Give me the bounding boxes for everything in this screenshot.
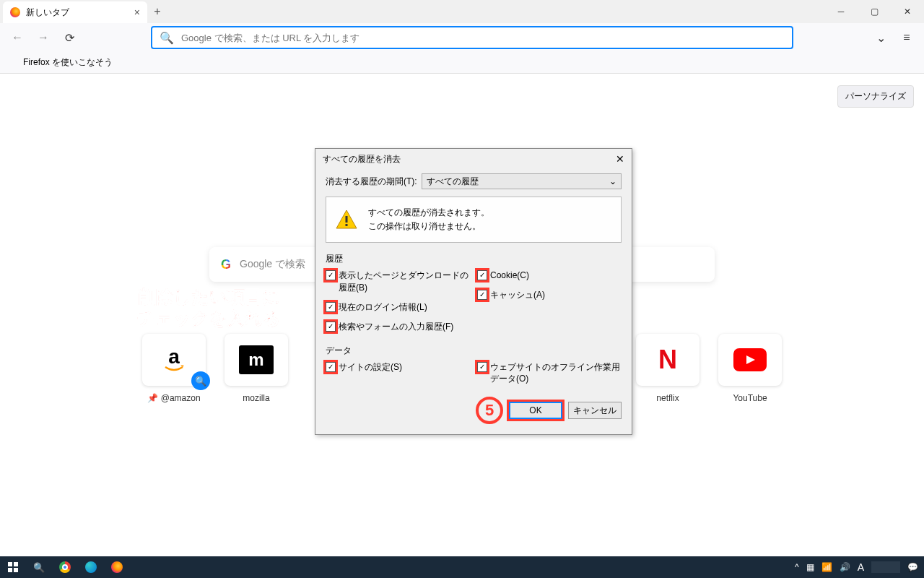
checkbox-icon: ✓ (326, 302, 336, 312)
range-value: すべての履歴 (427, 176, 479, 188)
checkbox-label: サイトの設定(S) (339, 361, 402, 374)
tile-youtube[interactable]: YouTube (718, 334, 782, 403)
search-badge-icon: 🔍 (191, 371, 210, 390)
netflix-logo-icon: N (658, 345, 677, 375)
tray-notifications-icon[interactable]: 💬 (907, 562, 918, 572)
tile-label: netflix (656, 393, 679, 403)
tile-amazon[interactable]: a 🔍 📌 @amazon (142, 334, 206, 403)
titlebar: 新しいタブ × + ─ ▢ ✕ (0, 0, 924, 23)
url-bar: ← → ⟳ 🔍 ⌄ ≡ (0, 23, 924, 52)
search-icon: 🔍 (160, 31, 174, 45)
firefox-icon (10, 7, 20, 17)
tray-wifi-icon[interactable]: 📶 (821, 562, 832, 572)
tray-ime-icon[interactable]: A (858, 561, 864, 573)
checkbox-cookies[interactable]: ✓ Cookie(C) (477, 269, 622, 282)
address-input[interactable] (181, 33, 785, 43)
back-button[interactable]: ← (7, 27, 27, 48)
new-tab-button[interactable]: + (147, 0, 167, 23)
search-taskbar-icon[interactable]: 🔍 (26, 556, 52, 578)
forward-button[interactable]: → (33, 27, 53, 48)
tab-label: 新しいタブ (26, 7, 69, 19)
chevron-down-icon: ⌄ (609, 176, 616, 186)
tray-chevron-icon[interactable]: ^ (795, 562, 799, 572)
tray-network-icon[interactable]: ▦ (806, 562, 814, 572)
tile-netflix[interactable]: N netflix (636, 334, 699, 403)
bookmark-item[interactable]: Firefox を使いこなそう (23, 56, 113, 69)
tray-clock[interactable] (871, 561, 900, 573)
checkbox-icon: ✓ (477, 270, 487, 280)
close-tab-icon[interactable]: × (134, 7, 140, 18)
menu-button[interactable]: ≡ (897, 27, 917, 48)
center-search-placeholder: Google で検索 (240, 258, 305, 271)
svg-rect-6 (8, 568, 12, 572)
edge-taskbar-icon[interactable] (78, 556, 104, 578)
dialog-close-button[interactable]: ✕ (616, 153, 624, 165)
reload-button[interactable]: ⟳ (59, 27, 79, 48)
checkbox-icon: ✓ (326, 322, 336, 332)
checkbox-icon: ✓ (326, 270, 336, 280)
page-content: パーソナライズ G Google で検索 a 🔍 📌 @amazon m moz… (0, 74, 924, 556)
clear-history-dialog: すべての履歴を消去 ✕ 消去する履歴の期間(T): すべての履歴 ⌄ すべての履… (315, 148, 632, 435)
checkbox-offline-data[interactable]: ✓ ウェブサイトのオフライン作業用データ(O) (477, 361, 622, 386)
window-controls: ─ ▢ ✕ (824, 0, 924, 23)
dialog-title: すべての履歴を消去 (323, 153, 401, 165)
checkbox-label: キャッシュ(A) (490, 289, 545, 301)
warning-icon (335, 208, 358, 231)
google-icon: G (221, 257, 231, 272)
pocket-icon[interactable]: ⌄ (871, 27, 891, 48)
checkbox-label: 検索やフォームの入力履歴(F) (339, 321, 453, 333)
chrome-taskbar-icon[interactable] (52, 556, 78, 578)
checkbox-site-settings[interactable]: ✓ サイトの設定(S) (326, 361, 470, 374)
checkbox-browsing-history[interactable]: ✓ 表示したページとダウンロードの履歴(B) (326, 269, 470, 294)
svg-rect-4 (8, 562, 12, 566)
tile-mozilla[interactable]: m mozilla (225, 334, 288, 403)
minimize-button[interactable]: ─ (824, 0, 858, 23)
checkbox-label: ウェブサイトのオフライン作業用データ(O) (490, 361, 622, 386)
tile-label: mozilla (243, 393, 269, 403)
cancel-button[interactable]: キャンセル (568, 402, 622, 419)
firefox-icon (7, 57, 19, 69)
history-section-header: 履歴 (326, 253, 622, 265)
time-range-select[interactable]: すべての履歴 ⌄ (422, 173, 622, 189)
checkbox-icon: ✓ (477, 290, 487, 300)
checkbox-form-history[interactable]: ✓ 検索やフォームの入力履歴(F) (326, 321, 470, 333)
checkbox-label: Cookie(C) (490, 269, 529, 282)
tray-volume-icon[interactable]: 🔊 (840, 562, 850, 572)
checkbox-icon: ✓ (326, 362, 336, 372)
checkbox-logins[interactable]: ✓ 現在のログイン情報(L) (326, 301, 470, 314)
start-button[interactable] (0, 556, 26, 578)
svg-text:a: a (168, 345, 180, 368)
svg-rect-3 (346, 224, 348, 226)
svg-rect-7 (14, 568, 18, 572)
windows-taskbar: 🔍 ^ ▦ 📶 🔊 A 💬 (0, 556, 924, 578)
data-section-header: データ (326, 345, 622, 357)
warning-box: すべての履歴が消去されます。 この操作は取り消せません。 (326, 197, 622, 243)
range-label: 消去する履歴の期間(T): (326, 176, 417, 188)
dialog-titlebar: すべての履歴を消去 ✕ (315, 149, 632, 169)
svg-rect-2 (346, 216, 348, 223)
youtube-logo-icon (733, 348, 767, 371)
close-window-button[interactable]: ✕ (891, 0, 924, 23)
address-bar[interactable]: 🔍 (151, 26, 793, 49)
bookmarks-bar: Firefox を使いこなそう (0, 52, 924, 74)
tile-label: YouTube (733, 393, 767, 403)
warning-line2: この操作は取り消せません。 (368, 220, 489, 233)
browser-tab[interactable]: 新しいタブ × (3, 1, 147, 23)
tutorial-annotation: 削除したい項目に チェックを入れる (137, 286, 281, 329)
personalize-button[interactable]: パーソナライズ (837, 85, 914, 108)
ok-button[interactable]: OK (509, 402, 562, 419)
checkbox-label: 現在のログイン情報(L) (339, 301, 427, 314)
tile-label: 📌 @amazon (147, 393, 200, 403)
amazon-logo-icon: a (157, 345, 191, 374)
checkbox-label: 表示したページとダウンロードの履歴(B) (339, 269, 470, 294)
mozilla-logo-icon: m (239, 345, 274, 374)
maximize-button[interactable]: ▢ (858, 0, 891, 23)
checkbox-cache[interactable]: ✓ キャッシュ(A) (477, 289, 622, 301)
svg-rect-5 (14, 562, 18, 566)
firefox-taskbar-icon[interactable] (104, 556, 130, 578)
step-number-annotation: 5 (476, 397, 503, 424)
system-tray: ^ ▦ 📶 🔊 A 💬 (795, 561, 924, 573)
checkbox-icon: ✓ (477, 362, 487, 372)
warning-line1: すべての履歴が消去されます。 (368, 206, 489, 220)
